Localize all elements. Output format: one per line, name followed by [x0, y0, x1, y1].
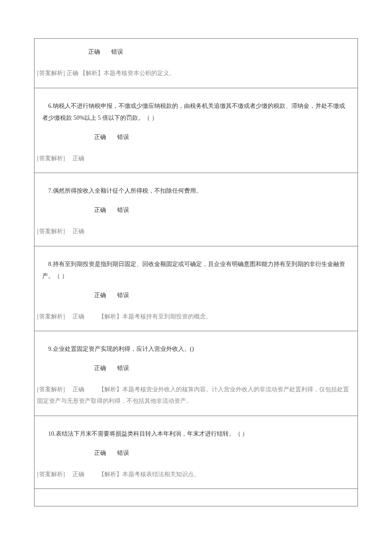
option-wrong: 错误	[117, 206, 129, 214]
answer-value: 正确	[72, 228, 84, 234]
option-wrong: 错误	[117, 449, 129, 457]
option-correct: 正确	[94, 449, 106, 457]
answer-explanation: 【解析】本题考核资本公积的定义。	[80, 70, 175, 76]
option-wrong: 错误	[111, 48, 123, 56]
option-correct: 正确	[94, 292, 106, 299]
answer-explanation: 【解析】本题考核表结法相关知识点。	[98, 471, 200, 477]
document-page: 正确 错误 [答案解析] 正确 【解析】本题考核资本公积的定义。 6.纳税人不进…	[34, 38, 358, 506]
answer-label: [答案解析]	[37, 228, 65, 234]
option-wrong: 错误	[117, 364, 129, 372]
answer-explanation: 【解析】本题考核持有至到期投资的概念。	[98, 313, 212, 320]
options-row: 正确 错误	[35, 355, 357, 384]
option-correct: 正确	[88, 48, 100, 56]
answer-label: [答案解析]	[37, 70, 65, 76]
option-correct: 正确	[94, 206, 106, 214]
options-row: 正确 错误	[35, 124, 357, 153]
answer-label: [答案解析]	[37, 471, 65, 477]
answer-row: [答案解析] 正确 【解析】本题考核表结法相关知识点。	[35, 469, 357, 489]
option-wrong: 错误	[117, 292, 129, 299]
question-block-9: 9.企业处置固定资产实现的利得，应计入营业外收入。() 正确 错误 [答案解析]…	[35, 331, 357, 416]
answer-value: 正确	[72, 155, 84, 162]
answer-label: [答案解析]	[37, 313, 65, 320]
answer-value: 正确	[72, 313, 84, 320]
option-correct: 正确	[94, 133, 106, 141]
options-row: 正确 错误	[35, 440, 357, 469]
option-wrong: 错误	[117, 133, 129, 141]
options-row: 正确 错误	[35, 39, 357, 68]
question-text: 10.表结法下月末不需要将损益类科目转入本年利润，年末才进行结转。（ ）	[35, 416, 357, 440]
blank-space	[35, 489, 357, 506]
option-correct: 正确	[94, 364, 106, 372]
answer-label: [答案解析]	[37, 155, 65, 162]
question-block-6: 6.纳税人不进行纳税申报，不缴或少缴应纳税款的，由税务机关追缴其不缴或者少缴的税…	[35, 88, 357, 173]
answer-row: [答案解析] 正确 【解析】本题考核营业外收入的核算内容。计入营业外收入的非流动…	[35, 384, 357, 415]
question-text: 8.持有至到期投资是指到期日固定、回收金额固定或可确定，且企业有明确意图和能力持…	[35, 246, 357, 282]
question-block-7: 7.偶然所得按收入全额计征个人所得税，不扣除任何费用。 正确 错误 [答案解析]…	[35, 173, 357, 246]
question-text: 9.企业处置固定资产实现的利得，应计入营业外收入。()	[35, 331, 357, 355]
question-text: 7.偶然所得按收入全额计征个人所得税，不扣除任何费用。	[35, 173, 357, 197]
question-block-10: 10.表结法下月末不需要将损益类科目转入本年利润，年末才进行结转。（ ） 正确 …	[35, 416, 357, 489]
question-block-top: 正确 错误 [答案解析] 正确 【解析】本题考核资本公积的定义。	[35, 39, 357, 88]
answer-row: [答案解析] 正确 【解析】本题考核持有至到期投资的概念。	[35, 311, 357, 331]
question-block-8: 8.持有至到期投资是指到期日固定、回收金额固定或可确定，且企业有明确意图和能力持…	[35, 246, 357, 332]
answer-label: [答案解析]	[37, 386, 65, 393]
options-row: 正确 错误	[35, 197, 357, 226]
bottom-padding-block	[35, 489, 357, 506]
question-text: 6.纳税人不进行纳税申报，不缴或少缴应纳税款的，由税务机关追缴其不缴或者少缴的税…	[35, 88, 357, 124]
options-row: 正确 错误	[35, 282, 357, 311]
answer-row: [答案解析] 正确	[35, 226, 357, 246]
answer-row: [答案解析] 正确 【解析】本题考核资本公积的定义。	[35, 68, 357, 88]
answer-value: 正确	[66, 70, 78, 76]
answer-value: 正确	[72, 386, 84, 393]
answer-value: 正确	[72, 471, 84, 477]
answer-row: [答案解析] 正确	[35, 153, 357, 173]
